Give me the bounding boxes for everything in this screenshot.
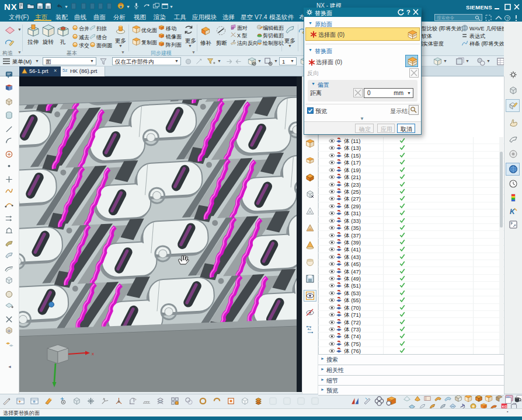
svg-text:?: ? — [506, 16, 509, 21]
svg-text:x: x — [92, 351, 94, 356]
svg-text:?: ? — [406, 9, 410, 16]
